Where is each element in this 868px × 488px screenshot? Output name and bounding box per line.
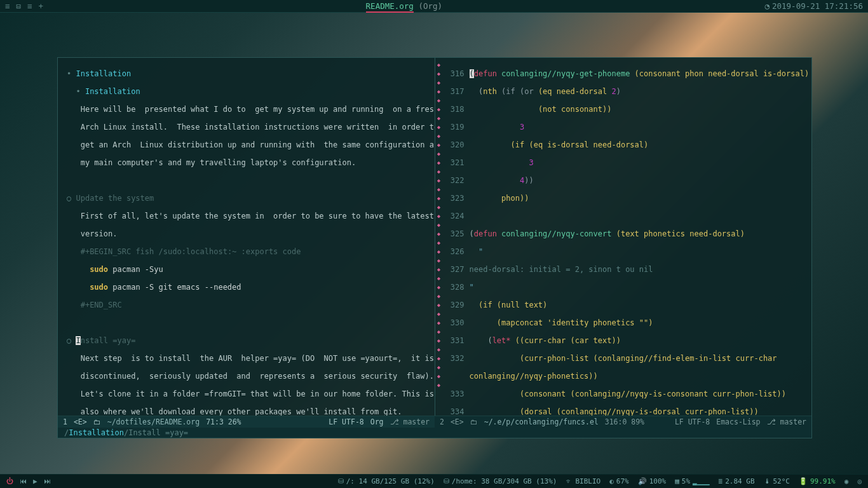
power-icon[interactable]: ⏻ bbox=[6, 477, 13, 485]
git-branch-icon: ⎇ master bbox=[390, 417, 430, 426]
modelines: 1 <E> 🗀 ~/dotfiles/README.org 71:3 26% L… bbox=[58, 416, 811, 428]
next-icon[interactable]: ⏭ bbox=[44, 477, 51, 485]
git-branch-icon: ⎇ master bbox=[767, 417, 806, 426]
menu-icon[interactable]: ≡ bbox=[5, 1, 10, 11]
clock-icon: ◔ bbox=[764, 1, 770, 11]
title-bar: ≡ ⊟ ≡ + README.org (Org) ◔2019-09-21 17:… bbox=[0, 0, 868, 13]
layout-icon[interactable]: ⊟ bbox=[17, 1, 22, 11]
cpu-icon: ▦ bbox=[675, 477, 679, 485]
brightness-icon: ◐ bbox=[609, 477, 614, 485]
volume[interactable]: 🔊100% bbox=[638, 477, 667, 485]
wifi-icon: ᯤ bbox=[566, 477, 573, 485]
cpu-usage: ▦5% ▂▁▁▁ bbox=[675, 477, 709, 485]
left-pane[interactable]: • Installation • Installation Here will … bbox=[58, 58, 435, 416]
disk-icon: ⛁ bbox=[444, 477, 449, 485]
taskbar: ⏻ ⏮ ▶ ⏭ ⛁/: 14 GB/125 GB (12%) ⛁/home: 3… bbox=[0, 474, 868, 488]
ram-usage: ≣2.84 GB bbox=[719, 477, 755, 485]
temperature: 🌡52°C bbox=[764, 477, 790, 485]
discord-icon[interactable]: ◉ bbox=[844, 477, 849, 485]
battery-icon: 🔋 bbox=[799, 477, 808, 485]
battery: 🔋99.91% bbox=[799, 477, 836, 485]
list-icon[interactable]: ≡ bbox=[27, 1, 32, 11]
folder-icon: 🗀 bbox=[470, 417, 478, 426]
plus-icon[interactable]: + bbox=[39, 1, 44, 11]
window-title: README.org (Org) bbox=[43, 1, 764, 11]
thermometer-icon: 🌡 bbox=[764, 477, 771, 485]
clock: ◔2019-09-21 17:21:56 bbox=[764, 1, 863, 11]
ram-icon: ≣ bbox=[719, 477, 723, 485]
disk-home: ⛁/home: 38 GB/304 GB (13%) bbox=[444, 477, 557, 485]
play-icon[interactable]: ▶ bbox=[33, 477, 37, 485]
wifi-status[interactable]: ᯤBIBLIO bbox=[566, 477, 600, 485]
editor-frame: • Installation • Installation Here will … bbox=[57, 57, 812, 438]
disk-icon: ⛁ bbox=[338, 477, 344, 485]
volume-icon: 🔊 bbox=[638, 477, 647, 485]
brightness[interactable]: ◐67% bbox=[609, 477, 629, 485]
diff-gutter: ◆◆◆◆◆◆◆◆◆◆◆◆◆◆◆◆◆◆◆◆◆◆◆◆◆◆◆◆◆◆◆◆◆◆◆◆◆ bbox=[435, 58, 443, 416]
breadcrumb: /Installation/Install =yay= bbox=[58, 428, 811, 438]
location-icon[interactable]: ◎ bbox=[857, 477, 862, 485]
folder-icon: 🗀 bbox=[93, 417, 101, 426]
modeline-right[interactable]: 2 <E> 🗀 ~/.e/p/conlanging/funcs.el 316:0… bbox=[435, 416, 811, 428]
modeline-left[interactable]: 1 <E> 🗀 ~/dotfiles/README.org 71:3 26% L… bbox=[58, 416, 435, 428]
right-pane[interactable]: ◆◆◆◆◆◆◆◆◆◆◆◆◆◆◆◆◆◆◆◆◆◆◆◆◆◆◆◆◆◆◆◆◆◆◆◆◆ 31… bbox=[435, 58, 812, 416]
window-controls: ≡ ⊟ ≡ + bbox=[5, 1, 43, 11]
prev-icon[interactable]: ⏮ bbox=[20, 477, 27, 485]
disk-root: ⛁/: 14 GB/125 GB (12%) bbox=[338, 477, 435, 485]
